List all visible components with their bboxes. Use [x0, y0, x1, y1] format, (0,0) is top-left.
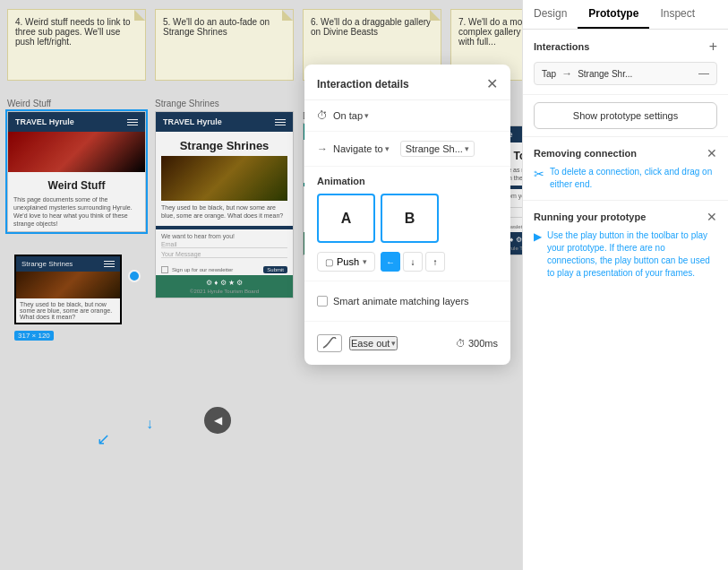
modal-title: Interaction details — [317, 78, 409, 91]
timer-icon: ⏱ — [456, 338, 466, 349]
dir-up-button[interactable]: ↑ — [425, 252, 445, 272]
duration-input: ⏱ 300ms — [456, 338, 498, 349]
animation-type-button[interactable]: ▢ Push ▾ — [317, 252, 375, 272]
modal-animation-section: Animation A B ▢ Push — [304, 167, 510, 281]
direction-buttons: ← ↓ ↑ — [381, 252, 445, 272]
action-select[interactable]: Navigate to ▾ — [333, 143, 390, 154]
show-prototype-settings-button[interactable]: Show prototype settings — [534, 102, 717, 129]
removing-connection-body: ✂ To delete a connection, click and drag… — [534, 166, 717, 191]
add-interaction-button[interactable]: + — [709, 39, 717, 55]
right-panel: Design Prototype Inspect Interactions + … — [522, 0, 728, 570]
interaction-destination: Strange Shr... — [578, 69, 632, 79]
modal-trigger-row: ⏱ On tap ▾ — [317, 109, 498, 122]
dir-left-button[interactable]: ← — [381, 252, 400, 272]
tab-prototype[interactable]: Prototype — [578, 0, 649, 29]
modal-close-button[interactable]: ✕ — [486, 75, 498, 92]
running-prototype-title: Running your prototype — [534, 212, 646, 222]
smart-animate-label: Smart animate matching layers — [333, 296, 469, 307]
running-prototype-header: Running your prototype ✕ — [534, 210, 717, 224]
animation-controls: ▢ Push ▾ ← ↓ ↑ — [317, 252, 498, 272]
anim-box-b: B — [381, 194, 439, 243]
ease-row: Ease out ▾ ⏱ 300ms — [317, 331, 498, 356]
smart-animate-row: Smart animate matching layers — [317, 290, 498, 312]
ease-curve-icon — [317, 334, 342, 352]
modal-header: Interaction details ✕ — [304, 65, 510, 100]
modal-action-section: → Navigate to ▾ Strange Sh... ▾ — [304, 132, 510, 167]
interactions-header: Interactions + — [534, 39, 717, 55]
interactions-title: Interactions — [534, 41, 589, 52]
scissors-icon: ✂ — [534, 167, 544, 181]
interaction-trigger: Tap — [542, 69, 556, 79]
removing-connection-text: To delete a connection, click and drag o… — [550, 166, 717, 191]
removing-connection-title: Removing connection — [534, 148, 637, 159]
main-layout: 4. Weird stuff needs to link to three su… — [0, 0, 728, 570]
interaction-arrow-icon: → — [561, 67, 572, 80]
anim-box-a: A — [317, 194, 375, 243]
navigate-icon: → — [317, 142, 328, 155]
clock-icon: ⏱ — [317, 109, 328, 122]
interaction-details-modal: Interaction details ✕ ⏱ On tap ▾ — [304, 65, 510, 365]
tab-inspect[interactable]: Inspect — [649, 0, 706, 29]
modal-overlay: Interaction details ✕ ⏱ On tap ▾ — [0, 0, 522, 570]
running-prototype-text: Use the play button in the toolbar to pl… — [547, 229, 717, 280]
modal-ease-section: Ease out ▾ ⏱ 300ms — [304, 322, 510, 365]
remove-interaction-button[interactable]: — — [698, 67, 709, 80]
push-icon: ▢ — [325, 257, 333, 267]
destination-select[interactable]: Strange Sh... ▾ — [400, 141, 475, 157]
trigger-select[interactable]: On tap ▾ — [333, 110, 369, 121]
running-prototype-close[interactable]: ✕ — [707, 210, 717, 224]
modal-action-row: → Navigate to ▾ Strange Sh... ▾ — [317, 141, 498, 157]
removing-connection-header: Removing connection ✕ — [534, 146, 717, 160]
interaction-row[interactable]: Tap → Strange Shr... — — [534, 62, 717, 85]
play-icon: ▶ — [534, 230, 542, 243]
interactions-section: Interactions + Tap → Strange Shr... — — [523, 30, 728, 95]
ease-select[interactable]: Ease out ▾ — [349, 336, 398, 350]
animation-title: Animation — [317, 176, 498, 186]
modal-smart-animate-section: Smart animate matching layers — [304, 281, 510, 322]
prototype-settings-section: Show prototype settings — [523, 95, 728, 137]
smart-animate-checkbox[interactable] — [317, 296, 328, 307]
animation-preview: A B — [317, 194, 498, 243]
tab-design[interactable]: Design — [523, 0, 578, 29]
canvas-area[interactable]: 4. Weird stuff needs to link to three su… — [0, 0, 522, 570]
removing-connection-close[interactable]: ✕ — [707, 146, 717, 160]
running-prototype-section: Running your prototype ✕ ▶ Use the play … — [523, 201, 728, 289]
dir-down-button[interactable]: ↓ — [403, 252, 423, 272]
removing-connection-section: Removing connection ✕ ✂ To delete a conn… — [523, 137, 728, 201]
modal-trigger-section: ⏱ On tap ▾ — [304, 100, 510, 132]
panel-tabs: Design Prototype Inspect — [523, 0, 728, 30]
running-prototype-body: ▶ Use the play button in the toolbar to … — [534, 229, 717, 280]
